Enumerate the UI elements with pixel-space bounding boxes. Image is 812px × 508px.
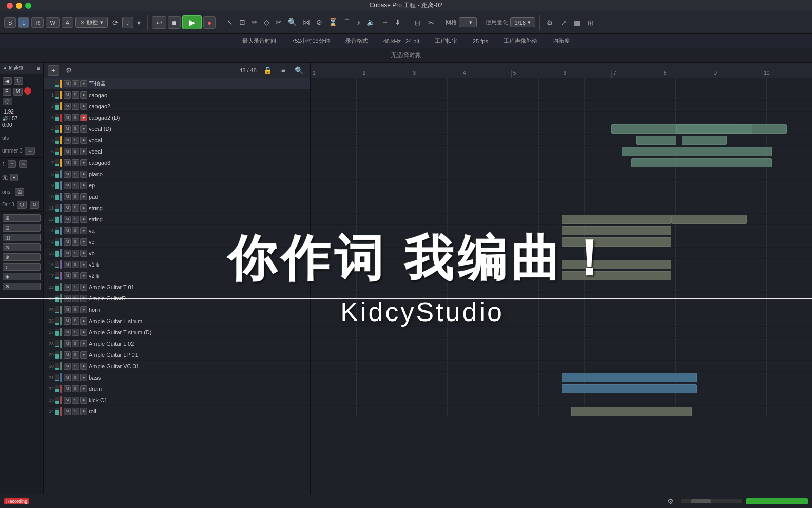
solo-btn[interactable]: S <box>72 125 79 133</box>
solo-btn[interactable]: S <box>72 148 79 155</box>
solo-btn[interactable]: S <box>72 284 79 291</box>
settings-icon[interactable]: ⚙ <box>544 17 556 28</box>
piano-roll-icon[interactable]: ▦ <box>571 17 583 28</box>
solo-btn[interactable]: S <box>72 261 79 268</box>
search-icon[interactable]: 🔍 <box>292 65 306 76</box>
track-row[interactable]: 32MS●drum <box>44 383 310 394</box>
solo-btn[interactable]: S <box>72 363 79 370</box>
record-arm-btn[interactable]: ● <box>80 148 87 155</box>
mute-btn[interactable]: M <box>64 137 71 144</box>
record-arm-btn[interactable]: ● <box>80 204 87 212</box>
track-row[interactable]: 29MS●Ample Guitar LP 01 <box>44 349 310 361</box>
scissors-icon[interactable]: ✂ <box>426 17 437 28</box>
solo-btn[interactable]: S <box>72 272 79 279</box>
track-row[interactable]: 14MS●vc <box>44 236 310 248</box>
record-arm-btn[interactable]: ● <box>80 374 87 381</box>
record-arm-btn[interactable]: ● <box>80 182 87 189</box>
record-arm-btn[interactable]: ● <box>80 171 87 178</box>
timeline-track-row[interactable] <box>311 270 812 281</box>
record-arm-btn[interactable]: ● <box>80 91 87 99</box>
snap-btn[interactable]: S <box>4 17 16 28</box>
mute-btn[interactable]: M <box>64 272 71 279</box>
mute-btn[interactable]: M <box>64 351 71 359</box>
solo-btn[interactable]: S <box>72 329 79 336</box>
record-arm-btn[interactable]: ● <box>80 250 87 257</box>
solo-btn[interactable]: S <box>72 250 79 257</box>
cut-tool-icon[interactable]: ✂ <box>273 16 284 29</box>
mute-btn[interactable]: M <box>64 125 71 133</box>
record-arm-btn[interactable]: ● <box>80 351 87 359</box>
solo-btn[interactable]: S <box>72 351 79 359</box>
mute-btn[interactable]: M <box>64 114 71 121</box>
solo-btn[interactable]: S <box>72 171 79 178</box>
timeline-track-row[interactable] <box>311 372 812 383</box>
mute-btn[interactable]: M <box>64 103 71 110</box>
track-row[interactable]: 3MS●caogao2 (D) <box>44 112 310 123</box>
timeline-track-row[interactable] <box>311 180 812 191</box>
timeline-track-row[interactable] <box>311 112 812 123</box>
timeline-track-row[interactable] <box>311 259 812 270</box>
solo-btn[interactable]: S <box>72 238 79 246</box>
icon-btn-3[interactable]: ◫ <box>3 234 41 241</box>
solo-btn[interactable]: S <box>72 193 79 200</box>
record-arm-btn[interactable]: ● <box>80 238 87 246</box>
timeline-track-row[interactable] <box>311 146 812 157</box>
icon-btn-5[interactable]: ⊕ <box>3 253 41 261</box>
audio-block[interactable] <box>562 226 672 235</box>
timeline-track-row[interactable] <box>311 157 812 168</box>
track-row[interactable]: 27MS●Ample Guitar T strum (D) <box>44 327 310 338</box>
audio-block[interactable] <box>571 407 691 416</box>
icon-btn-2[interactable]: ⊡ <box>3 224 41 232</box>
mute-btn[interactable]: M <box>64 182 71 189</box>
expand-icon[interactable]: ▾ <box>134 17 143 28</box>
solo-btn[interactable]: S <box>72 385 79 392</box>
track-row[interactable]: 4MS●vocal (D) <box>44 123 310 135</box>
mute-btn[interactable]: M <box>64 408 71 415</box>
stop-btn[interactable]: ■ <box>168 16 180 29</box>
track-row[interactable]: 22MS●Ample Guitar T 01 <box>44 281 310 293</box>
mute-btn[interactable]: M <box>64 193 71 200</box>
midi-icon[interactable]: ♪ <box>354 16 363 29</box>
bottom-settings-icon[interactable]: ⚙ <box>665 496 676 507</box>
mute-btn[interactable]: M <box>64 80 71 87</box>
mute-btn[interactable]: M <box>64 238 71 246</box>
track-row[interactable]: 25MS●horn <box>44 304 310 315</box>
track-row[interactable]: 10MS●pad <box>44 191 310 202</box>
track-row[interactable]: 31MS●bass <box>44 372 310 383</box>
icon-btn-4[interactable]: ⊙ <box>3 243 41 251</box>
timeline-track-row[interactable] <box>311 78 812 89</box>
record-arm-btn[interactable]: ● <box>80 114 87 121</box>
down-arrow-icon[interactable]: ⬇ <box>392 16 403 29</box>
audio-block[interactable] <box>636 136 676 145</box>
solo-btn[interactable]: S <box>72 114 79 121</box>
mute-btn[interactable]: M <box>64 171 71 178</box>
icon-btn-1[interactable]: ⊞ <box>3 214 41 222</box>
play-btn[interactable]: ▶ <box>182 15 202 29</box>
mute-btn[interactable]: M <box>64 385 71 392</box>
track-row[interactable]: 12MS●string <box>44 214 310 225</box>
range-tool-icon[interactable]: ⊡ <box>237 16 248 29</box>
mute-btn[interactable]: M <box>64 374 71 381</box>
timeline-track-row[interactable] <box>311 361 812 372</box>
drummer-expand-btn[interactable]: ↔ <box>25 147 35 155</box>
trim-icon[interactable]: ⊟ <box>412 17 423 28</box>
track-row[interactable]: 34MS●roll <box>44 406 310 417</box>
refresh-btn[interactable]: ↻ <box>14 77 23 85</box>
audio-block[interactable] <box>562 260 672 269</box>
mix-2-btn[interactable]: ⊞ <box>15 188 24 196</box>
timeline-track-row[interactable] <box>311 123 812 135</box>
track-row[interactable]: 9MS●ep <box>44 180 310 191</box>
sync-icon[interactable]: ⟳ <box>110 17 121 28</box>
record-arm-btn[interactable]: ● <box>80 408 87 415</box>
mute-btn[interactable]: M <box>64 261 71 268</box>
track-row[interactable]: MS●节拍器 <box>44 78 310 89</box>
record-arm-btn[interactable]: ● <box>80 306 87 313</box>
solo-btn[interactable]: S <box>72 374 79 381</box>
record-arm-btn[interactable]: ● <box>80 363 87 370</box>
solo-btn[interactable]: S <box>72 103 79 110</box>
mute-btn[interactable]: M <box>64 204 71 212</box>
timeline-track-row[interactable] <box>311 304 812 315</box>
speaker-icon[interactable]: 🔈 <box>364 16 378 29</box>
extra-btn[interactable]: ⬡ <box>3 98 12 105</box>
record-indicator[interactable] <box>24 87 31 95</box>
